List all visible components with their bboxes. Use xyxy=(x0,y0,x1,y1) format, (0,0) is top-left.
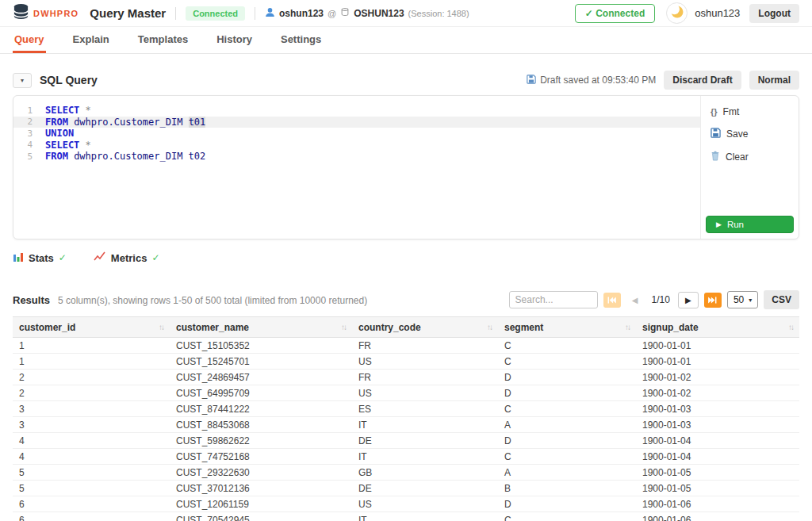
table-cell: CUST_64995709 xyxy=(170,385,352,401)
code-line[interactable]: 1SELECT * xyxy=(13,105,700,117)
format-button[interactable]: {} Fmt xyxy=(710,106,789,117)
table-cell: 6 xyxy=(13,512,170,521)
table-cell: 1900-01-01 xyxy=(636,354,799,370)
line-number: 5 xyxy=(13,151,45,162)
sort-icon[interactable]: ↑↓ xyxy=(487,323,492,331)
stats-toggle[interactable]: Stats ✓ xyxy=(13,251,67,265)
table-row[interactable]: 2CUST_64995709USD1900-01-02 xyxy=(13,385,799,401)
sql-editor[interactable]: 1SELECT *2FROM dwhpro.Customer_DIM t013U… xyxy=(13,96,700,239)
run-button[interactable]: ▶ Run xyxy=(706,216,794,233)
table-row[interactable]: 6CUST_12061159USD1900-01-06 xyxy=(13,496,799,512)
table-cell: D xyxy=(498,496,636,512)
save-button[interactable]: Save xyxy=(710,128,789,140)
table-cell: CUST_12061159 xyxy=(170,496,352,512)
brand-logo: DWHPRO xyxy=(13,3,79,24)
search-input[interactable] xyxy=(509,291,598,308)
code-token: UNION xyxy=(45,128,74,139)
table-row[interactable]: 6CUST_70542945ITC1900-01-06 xyxy=(13,512,799,521)
table-cell: IT xyxy=(352,449,498,465)
sort-icon[interactable]: ↑↓ xyxy=(159,323,163,331)
csv-export-button[interactable]: CSV xyxy=(764,290,799,309)
column-header-customer_id[interactable]: customer_id↑↓ xyxy=(13,317,170,338)
format-label: Fmt xyxy=(723,106,740,117)
metrics-toggle[interactable]: Metrics ✓ xyxy=(94,251,160,264)
table-cell: 5 xyxy=(13,481,170,496)
code-line[interactable]: 4SELECT * xyxy=(13,140,700,151)
chevron-down-icon: ▾ xyxy=(749,297,752,304)
discard-draft-button[interactable]: Discard Draft xyxy=(664,71,741,90)
table-cell: 5 xyxy=(13,465,170,481)
sort-icon[interactable]: ↑↓ xyxy=(341,323,346,331)
connected-button[interactable]: ✓ Connected xyxy=(575,4,655,23)
table-cell: FR xyxy=(352,338,498,354)
column-label: customer_id xyxy=(19,322,75,333)
table-cell: GB xyxy=(352,465,498,481)
tab-query[interactable]: Query xyxy=(13,27,46,53)
code-token: dwhpro.Customer_DIM t02 xyxy=(68,151,205,162)
column-header-customer_name[interactable]: customer_name↑↓ xyxy=(170,317,352,338)
results-summary: 5 column(s), showing rows 1-50 of 500 to… xyxy=(58,295,367,306)
table-cell: C xyxy=(498,354,636,370)
tab-settings[interactable]: Settings xyxy=(279,27,323,53)
crescent-moon-icon xyxy=(670,5,684,22)
collapse-panel-button[interactable]: ▾ xyxy=(13,73,32,88)
panel-title: SQL Query xyxy=(40,74,98,86)
play-icon: ▶ xyxy=(716,221,722,228)
column-header-segment[interactable]: segment↑↓ xyxy=(498,317,636,338)
table-cell: CUST_24869457 xyxy=(170,370,352,385)
table-row[interactable]: 5CUST_37012136DEB1900-01-05 xyxy=(13,481,799,496)
column-header-country_code[interactable]: country_code↑↓ xyxy=(352,317,498,338)
tab-templates[interactable]: Templates xyxy=(136,27,190,53)
table-cell: 1900-01-06 xyxy=(636,512,799,521)
table-cell: 3 xyxy=(13,417,170,433)
tab-explain[interactable]: Explain xyxy=(71,27,111,53)
table-row[interactable]: 4CUST_59862622DED1900-01-04 xyxy=(13,433,799,449)
logout-button[interactable]: Logout xyxy=(749,4,799,23)
table-row[interactable]: 3CUST_87441222ESC1900-01-03 xyxy=(13,401,799,417)
next-page-button[interactable]: ▶ xyxy=(678,292,699,308)
page-size-select[interactable]: 50 ▾ xyxy=(727,291,758,308)
table-cell: 1900-01-03 xyxy=(636,401,799,417)
table-cell: 1900-01-04 xyxy=(636,433,799,449)
table-cell: 3 xyxy=(13,401,170,417)
code-token: SELECT xyxy=(45,105,79,116)
table-cell: IT xyxy=(352,512,498,521)
clear-button[interactable]: Clear xyxy=(710,151,789,163)
table-cell: 1900-01-02 xyxy=(636,370,799,385)
table-row[interactable]: 2CUST_24869457FRD1900-01-02 xyxy=(13,370,799,385)
code-token: t01 xyxy=(189,117,206,128)
column-label: signup_date xyxy=(642,322,699,333)
table-row[interactable]: 1CUST_15105352FRC1900-01-01 xyxy=(13,338,799,354)
prev-page-button[interactable]: ◀ xyxy=(626,293,644,308)
table-cell: US xyxy=(352,354,498,370)
stats-label: Stats xyxy=(29,252,54,264)
table-cell: D xyxy=(498,385,636,401)
avatar[interactable] xyxy=(666,2,688,24)
page-size-value: 50 xyxy=(733,294,744,305)
table-cell: 1900-01-05 xyxy=(636,465,799,481)
results-title: Results xyxy=(13,294,50,306)
table-row[interactable]: 5CUST_29322630GBA1900-01-05 xyxy=(13,465,799,481)
table-row[interactable]: 4CUST_74752168ITC1900-01-04 xyxy=(13,449,799,465)
results-toolbar: Results 5 column(s), showing rows 1-50 o… xyxy=(13,290,799,309)
column-header-signup_date[interactable]: signup_date↑↓ xyxy=(636,317,799,338)
table-cell: D xyxy=(498,370,636,385)
mode-button[interactable]: Normal xyxy=(749,71,799,90)
table-row[interactable]: 3CUST_88453068ITA1900-01-03 xyxy=(13,417,799,433)
table-cell: C xyxy=(498,401,636,417)
last-page-button[interactable] xyxy=(704,293,722,308)
table-cell: DE xyxy=(352,433,498,449)
sort-icon[interactable]: ↑↓ xyxy=(625,323,630,331)
table-cell: CUST_70542945 xyxy=(170,512,352,521)
code-line[interactable]: 5FROM dwhpro.Customer_DIM t02 xyxy=(13,151,700,163)
sort-icon[interactable]: ↑↓ xyxy=(788,323,793,331)
code-line[interactable]: 2FROM dwhpro.Customer_DIM t01 xyxy=(13,117,700,128)
code-line[interactable]: 3UNION xyxy=(13,128,700,140)
code-token: dwhpro.Customer_DIM xyxy=(68,117,189,128)
tab-history[interactable]: History xyxy=(215,27,254,53)
profile-name: oshun123 xyxy=(695,7,740,19)
first-page-button[interactable] xyxy=(603,293,621,308)
table-row[interactable]: 1CUST_15245701USC1900-01-01 xyxy=(13,354,799,370)
database-stack-icon xyxy=(13,3,29,24)
table-cell: IT xyxy=(352,417,498,433)
